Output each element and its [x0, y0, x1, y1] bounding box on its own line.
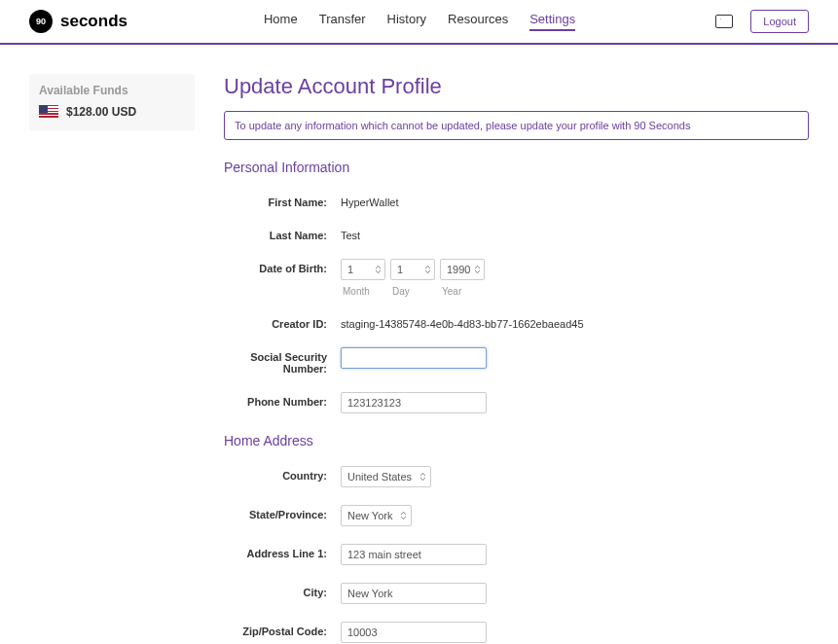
us-flag-icon — [39, 105, 58, 119]
creator-id-label: Creator ID: — [224, 314, 341, 330]
ssn-label: Social Security Number: — [224, 347, 341, 375]
logout-button[interactable]: Logout — [750, 10, 809, 33]
country-select[interactable]: United States — [341, 466, 431, 487]
first-name-value: HyperWallet — [341, 193, 399, 208]
last-name-value: Test — [341, 226, 360, 241]
funds-amount: $128.00 USD — [66, 105, 136, 119]
last-name-label: Last Name: — [224, 226, 341, 241]
dob-year-select[interactable]: 1990 — [440, 259, 485, 280]
top-header: 90 seconds Home Transfer History Resourc… — [0, 0, 838, 45]
nav-resources[interactable]: Resources — [448, 12, 508, 31]
first-name-label: First Name: — [224, 193, 341, 208]
state-select[interactable]: New York — [341, 505, 412, 526]
main-content: Update Account Profile To update any inf… — [224, 74, 809, 644]
available-funds-card: Available Funds $128.00 USD — [29, 74, 195, 130]
nav-history[interactable]: History — [387, 12, 426, 31]
sidebar: Available Funds $128.00 USD — [29, 74, 195, 644]
state-label: State/Province: — [224, 505, 341, 520]
dob-day-hint: Day — [390, 286, 435, 297]
nav-settings[interactable]: Settings — [529, 12, 575, 31]
header-right: Logout — [715, 10, 809, 33]
city-input[interactable] — [341, 583, 487, 604]
page-title: Update Account Profile — [224, 74, 809, 99]
zip-label: Zip/Postal Code: — [224, 622, 341, 637]
address-line1-input[interactable] — [341, 544, 487, 565]
creator-id-value: staging-14385748-4e0b-4d83-bb77-1662ebae… — [341, 314, 584, 330]
address-section-title: Home Address — [224, 433, 809, 448]
brand-name: seconds — [60, 12, 128, 31]
city-label: City: — [224, 583, 341, 598]
dob-day-select[interactable]: 1 — [390, 259, 435, 280]
dob-month-hint: Month — [341, 286, 385, 297]
phone-label: Phone Number: — [224, 392, 341, 408]
country-label: Country: — [224, 466, 341, 482]
dob-year-hint: Year — [440, 286, 485, 297]
main-nav: Home Transfer History Resources Settings — [264, 12, 575, 31]
zip-input[interactable] — [341, 622, 487, 643]
dob-month-select[interactable]: 1 — [341, 259, 385, 280]
nav-home[interactable]: Home — [264, 12, 298, 31]
dob-label: Date of Birth: — [224, 259, 341, 274]
update-notice: To update any information which cannot b… — [224, 111, 809, 140]
nav-transfer[interactable]: Transfer — [319, 12, 366, 31]
mail-icon[interactable] — [715, 15, 733, 28]
ssn-input[interactable] — [341, 347, 487, 369]
line1-label: Address Line 1: — [224, 544, 341, 559]
personal-section-title: Personal Information — [224, 160, 809, 175]
phone-input[interactable] — [341, 392, 487, 413]
logo-badge-icon: 90 — [29, 10, 53, 33]
funds-title: Available Funds — [39, 84, 185, 97]
brand-logo[interactable]: 90 seconds — [29, 10, 128, 33]
